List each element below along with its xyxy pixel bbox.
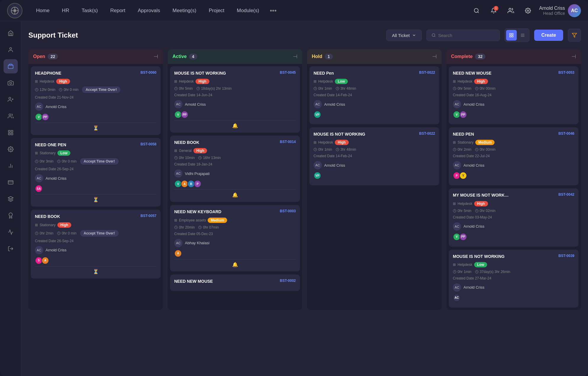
svg-point-27	[9, 213, 12, 216]
timer-icon	[475, 148, 479, 151]
ticket-card[interactable]: MOUSE IS NOT WORKING BST-0022 ⊞ Helpdesk…	[309, 127, 439, 185]
card-meta: ⊞ GeneralHigh	[174, 148, 296, 153]
card-times: 0hr 5min 0hr 00min	[453, 86, 574, 91]
sidebar-item-logout[interactable]	[4, 242, 18, 256]
mini-avatar: PP	[459, 233, 467, 241]
card-meta: ⊞ HelpdeskHigh	[453, 79, 574, 84]
svg-rect-31	[510, 33, 511, 35]
priority-badge: High	[335, 140, 349, 145]
nav-home[interactable]: Home	[31, 5, 55, 16]
card-date: Created Date 03-May-24	[453, 215, 574, 219]
create-button[interactable]: Create	[534, 30, 563, 41]
assignee-avatar: AC	[35, 246, 43, 254]
search-icon	[432, 33, 436, 38]
ticket-card[interactable]: MY MOUSE IS NOT WORK… BST-0042 ⊞ Helpdes…	[449, 188, 579, 246]
nav-approvals[interactable]: Approvals	[133, 5, 166, 16]
search-button[interactable]	[471, 5, 482, 17]
sidebar-item-id[interactable]	[4, 175, 18, 189]
nav-meetings[interactable]: Meeting(s)	[167, 5, 201, 16]
col-count-hold: 1	[325, 54, 333, 60]
app-logo[interactable]	[7, 3, 22, 18]
ticket-card[interactable]: NEED BOOK BST-0057 ⊞ StationaryHigh 0hr …	[31, 210, 161, 278]
timer-icon	[57, 232, 61, 235]
ticket-card[interactable]: MOUSE IS NOT WORKING BST-0045 ⊞ Helpdesk…	[170, 66, 300, 133]
assignee-avatar: AC	[35, 174, 43, 182]
sidebar	[0, 21, 21, 376]
card-dept: Stationary	[458, 140, 474, 144]
nav-hr[interactable]: HR	[56, 5, 75, 16]
card-assignee: AC Arnold Criss	[453, 283, 574, 292]
col-collapse-complete[interactable]: ⊣	[571, 53, 576, 60]
ticket-card[interactable]: NEED PEN BST-0046 ⊞ StationaryMedium 0hr…	[449, 127, 579, 185]
timer-icon	[59, 88, 62, 91]
nav-modules[interactable]: Module(s)	[232, 5, 265, 16]
clock-icon	[453, 270, 456, 274]
settings-button[interactable]	[522, 5, 534, 17]
ticket-card[interactable]: NEED Pen BST-0022 ⊞ HelpdeskLow 0hr 1min…	[309, 66, 439, 124]
card-top: NEED PEN BST-0046	[453, 131, 574, 137]
sidebar-item-medical[interactable]	[4, 192, 18, 206]
card-id: BST-0022	[419, 131, 435, 136]
ticket-card[interactable]: NEED NEW MOUSE BST-0002	[170, 274, 300, 291]
assignee-name: Arnold Criss	[46, 248, 67, 252]
nav-project[interactable]: Project	[203, 5, 230, 16]
card-footer: ⏳	[35, 266, 156, 274]
kanban-view-button[interactable]	[506, 30, 517, 41]
time-item-2: 0hr 02min	[475, 209, 495, 213]
filter-button[interactable]	[568, 29, 581, 42]
sidebar-item-activity[interactable]	[4, 225, 18, 239]
card-title: MOUSE IS NOT WORKING	[314, 131, 417, 137]
clock-icon	[35, 88, 38, 91]
clock-icon	[314, 148, 317, 151]
sidebar-item-settings[interactable]	[4, 142, 18, 156]
priority-badge: Low	[57, 150, 70, 156]
ticket-card[interactable]: NEED BOOK BST-0014 ⊞ GeneralHigh 0hr 10m…	[170, 136, 300, 202]
card-meta: ⊞ StationaryLow	[35, 150, 156, 156]
card-title: NEED BOOK	[35, 214, 138, 219]
card-times: 0hr 2min 0hr 0 min Accept Time Over!	[35, 230, 156, 237]
nav-report[interactable]: Report	[105, 5, 131, 16]
sidebar-item-award[interactable]	[4, 208, 18, 223]
col-collapse-active[interactable]: ⊣	[293, 53, 298, 60]
card-date: Created Date 26-Sep-24	[35, 239, 156, 243]
card-date: Created Date 21-Nov-24	[35, 95, 156, 99]
clock-icon	[453, 87, 456, 90]
ticket-card[interactable]: HEADPHONE BST-0060 ⊞ HelpdeskHigh 12hr 0…	[31, 66, 161, 135]
assignee-name: Arnold Criss	[324, 163, 345, 168]
col-header-open: Open 22 ⊣	[28, 49, 163, 64]
card-footer: 🔔	[174, 189, 296, 198]
sidebar-item-camera[interactable]	[4, 76, 18, 90]
col-header-active: Active 4 ⊣	[168, 49, 302, 64]
search-box[interactable]	[427, 30, 500, 41]
team-button[interactable]	[505, 5, 517, 17]
nav-more[interactable]: •••	[266, 4, 280, 17]
sidebar-item-people[interactable]	[4, 109, 18, 123]
svg-point-13	[9, 97, 11, 99]
mini-avatar: A	[174, 250, 182, 257]
ticket-card[interactable]: NEED NEW KEYBOARD BST-0003 ⊞ Employee as…	[170, 205, 300, 271]
assignee-name: Arnold Criss	[463, 224, 484, 229]
col-collapse-open[interactable]: ⊣	[154, 53, 158, 60]
search-input[interactable]	[438, 33, 495, 38]
priority-badge: Medium	[208, 218, 227, 223]
ticket-card[interactable]: MOUSE IS NOT WORKING BST-0039 ⊞ Helpdesk…	[449, 250, 579, 308]
card-times: 0hr 10min 16hr 13min	[174, 156, 296, 160]
clock-icon	[314, 87, 317, 90]
ticket-card[interactable]: NEED NEW MOUSE BST-0053 ⊞ HelpdeskHigh 0…	[449, 66, 579, 124]
sidebar-item-tickets[interactable]	[4, 59, 18, 73]
sidebar-item-grid[interactable]	[4, 126, 18, 140]
card-top: NEED BOOK BST-0057	[35, 214, 156, 219]
ticket-filter-dropdown[interactable]: All Ticket	[386, 30, 422, 41]
notification-button[interactable]: 1	[488, 5, 500, 17]
nav-tasks[interactable]: Task(s)	[76, 5, 103, 16]
sidebar-item-person[interactable]	[4, 43, 18, 57]
list-view-button[interactable]	[517, 30, 528, 41]
card-meta: ⊞ HelpdeskHigh	[35, 79, 156, 84]
user-profile[interactable]: Arnold Criss Head Office AC	[539, 4, 581, 17]
sidebar-item-home[interactable]	[4, 26, 18, 40]
sidebar-item-add-user[interactable]	[4, 92, 18, 107]
page-title: Support Ticket	[28, 31, 382, 39]
ticket-card[interactable]: NEED ONE PEN BST-0058 ⊞ StationaryLow 0h…	[31, 138, 161, 207]
col-collapse-hold[interactable]: ⊣	[432, 53, 437, 60]
sidebar-item-chart[interactable]	[4, 159, 18, 173]
